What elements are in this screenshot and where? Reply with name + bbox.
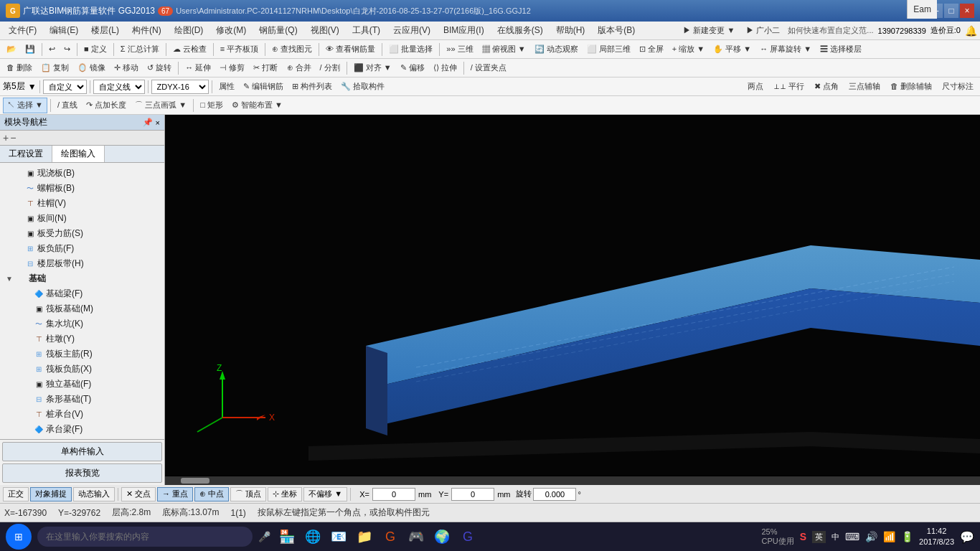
notifications-icon[interactable]: 💬 — [960, 530, 974, 544]
taskbar-app-browser[interactable]: 🌍 — [431, 526, 453, 547]
tb-undo[interactable]: ↩ — [45, 42, 59, 57]
tree-item-fbanzhu[interactable]: ⊞ 筏板主筋(R) — [3, 347, 161, 362]
tree-item-luomao[interactable]: 〜 螺帽板(B) — [3, 181, 161, 196]
tb-dim[interactable]: 尺寸标注 — [938, 79, 977, 95]
tb-parallel[interactable]: ⊥⊥ 平行 — [770, 79, 808, 95]
panel-remove-button[interactable]: − — [10, 132, 16, 143]
tb-view-rebar[interactable]: 👁 查看钢筋量 — [322, 42, 379, 57]
taskbar-app-edge[interactable]: 🌐 — [302, 526, 324, 547]
rotate-input[interactable] — [533, 488, 576, 501]
line-type-select[interactable]: 自定义线 — [93, 80, 145, 94]
menu-online[interactable]: 在线服务(S) — [491, 23, 549, 38]
tree-item-duli[interactable]: ▣ 独立基础(F) — [3, 377, 161, 392]
snap-coord[interactable]: ⊹ 坐标 — [268, 487, 302, 501]
scrollbar-thumb-h[interactable] — [181, 478, 209, 484]
snap-center[interactable]: ⊕ 中点 — [194, 487, 229, 501]
tree-item-kuanban[interactable]: ▣ 筏板基础(M) — [3, 301, 161, 316]
tree-item-cengdai[interactable]: ⊟ 楼层板带(H) — [3, 256, 161, 271]
menu-draw[interactable]: 绘图(D) — [169, 23, 209, 38]
x-coord-input[interactable] — [372, 488, 415, 501]
taskbar-ime[interactable]: 中 — [831, 532, 839, 542]
tb-screen-rotate[interactable]: ↔ 屏幕旋转 ▼ — [756, 42, 815, 57]
menu-view[interactable]: 视图(V) — [305, 23, 345, 38]
tb-move[interactable]: ✛ 移动 — [110, 60, 142, 76]
notification-icon[interactable]: 🔔 — [965, 25, 977, 37]
taskbar-app-file[interactable]: 📁 — [354, 526, 375, 547]
single-component-input-button[interactable]: 单构件输入 — [2, 442, 162, 461]
tb-zoom-in[interactable]: + 缩放 ▼ — [669, 42, 708, 57]
tb-floor-plan[interactable]: ≡ 平齐板顶 — [217, 42, 262, 57]
tb-component-list[interactable]: ⊞ 构件列表 — [288, 79, 336, 95]
y-coord-input[interactable] — [451, 488, 494, 501]
menu-component[interactable]: 构件(N) — [126, 23, 167, 38]
tb-3d[interactable]: »» 三维 — [443, 42, 476, 57]
tb-three-point-aux[interactable]: 三点辅轴 — [845, 79, 884, 95]
speaker-icon[interactable]: 🔊 — [865, 531, 877, 542]
tb-delete[interactable]: 🗑 删除 — [3, 60, 36, 76]
tree-item-tiaoxing[interactable]: ⊟ 条形基础(T) — [3, 392, 161, 407]
tb-extend[interactable]: ↔ 延伸 — [182, 60, 215, 76]
menu-help[interactable]: 帮助(H) — [550, 23, 591, 38]
tb-stretch[interactable]: ⟨⟩ 拉伸 — [430, 60, 461, 76]
tb-break[interactable]: ✂ 打断 — [250, 60, 281, 76]
tab-project-settings[interactable]: 工程设置 — [0, 146, 52, 162]
tb-redo[interactable]: ↪ — [60, 42, 74, 57]
menu-rebar[interactable]: 钢筋量(Q) — [253, 23, 303, 38]
snap-orthogonal[interactable]: 正交 — [3, 487, 29, 501]
panel-add-button[interactable]: + — [3, 132, 9, 143]
tb-offset[interactable]: ✎ 偏移 — [397, 60, 428, 76]
panel-close-button[interactable]: × — [156, 118, 160, 127]
viewport-3d[interactable]: Z X — [165, 115, 980, 485]
tb-open-folder[interactable]: 📂 — [3, 42, 20, 57]
guangxiao-button[interactable]: ▶ 广小二 — [743, 23, 783, 39]
snap-no-offset[interactable]: 不偏移 ▼ — [303, 487, 347, 501]
tree-item-xianjibang[interactable]: ▣ 现浇板(B) — [3, 166, 161, 181]
tb-rect[interactable]: □ 矩形 — [197, 98, 227, 113]
menu-modify[interactable]: 修改(M) — [210, 23, 252, 38]
line-name-select[interactable]: ZDYX-16 — [151, 80, 209, 94]
tb-point-length[interactable]: ↷ 点加长度 — [83, 98, 130, 113]
tab-draw-input[interactable]: 绘图输入 — [52, 146, 105, 162]
floor-type-select[interactable]: 自定义 — [43, 80, 87, 94]
tb-copy[interactable]: 📋 复制 — [37, 60, 72, 76]
menu-floor[interactable]: 楼层(L) — [85, 23, 125, 38]
battery-icon[interactable]: 🔋 — [901, 531, 913, 542]
tb-define[interactable]: ■ 定义 — [80, 42, 110, 57]
snap-midpoint[interactable]: → 重点 — [157, 487, 193, 501]
taskbar-app-search-engine[interactable]: G — [457, 526, 479, 547]
taskbar-app-game[interactable]: 🎮 — [405, 526, 427, 547]
tb-mirror[interactable]: 🪞 镜像 — [74, 60, 109, 76]
menu-version[interactable]: 版本号(B) — [592, 23, 641, 38]
tb-del-aux[interactable]: 🗑 删除辅轴 — [887, 79, 936, 95]
taskbar-lang[interactable]: 英 — [812, 531, 826, 543]
panel-float-button[interactable]: 📌 — [143, 118, 153, 127]
tree-item-banshouli[interactable]: ▣ 板受力筋(S) — [3, 226, 161, 241]
keyboard-icon[interactable]: ⌨ — [845, 531, 859, 542]
tb-line[interactable]: / 直线 — [54, 98, 81, 113]
tb-pick-component[interactable]: 🔧 拾取构件 — [337, 79, 388, 95]
tb-edit-rebar[interactable]: ✎ 编辑钢筋 — [240, 79, 287, 95]
tree-item-zhuangtai[interactable]: ⊤ 桩承台(V) — [3, 407, 161, 422]
tree-item-banjian[interactable]: ▣ 板间(N) — [3, 211, 161, 226]
tree-item-jichuliangf[interactable]: 🔷 基础梁(F) — [3, 286, 161, 301]
tb-arc[interactable]: ⌒ 三点画弧 ▼ — [131, 98, 190, 113]
maximize-button[interactable]: □ — [944, 4, 958, 18]
start-button[interactable]: ⊞ — [6, 524, 32, 550]
tb-set-vertex[interactable]: / 设置夹点 — [467, 60, 510, 76]
tb-rotate[interactable]: ↺ 旋转 — [143, 60, 175, 76]
tb-find-element[interactable]: ⊕ 查找图元 — [268, 42, 316, 57]
tree-item-zhudun[interactable]: ⊤ 柱墩(Y) — [3, 331, 161, 347]
menu-cloud[interactable]: 云应用(V) — [387, 23, 436, 38]
tb-local-3d[interactable]: ⬜ 局部三维 — [583, 42, 634, 57]
tb-select[interactable]: ↖ 选择 ▼ — [3, 98, 47, 113]
report-preview-button[interactable]: 报表预览 — [2, 463, 162, 483]
menu-tools[interactable]: 工具(T) — [347, 23, 386, 38]
menu-file[interactable]: 文件(F) — [3, 23, 42, 38]
menu-edit[interactable]: 编辑(E) — [44, 23, 84, 38]
tb-fullscreen[interactable]: ⊡ 全屏 — [636, 42, 667, 57]
taskbar-app-mail[interactable]: 📧 — [328, 526, 349, 547]
tree-item-zhumao[interactable]: ⊤ 柱帽(V) — [3, 196, 161, 211]
tb-merge[interactable]: ⊕ 合并 — [283, 60, 315, 76]
tree-item-banjin[interactable]: ⊞ 板负筋(F) — [3, 241, 161, 256]
tb-two-points[interactable]: 两点 — [744, 79, 767, 95]
